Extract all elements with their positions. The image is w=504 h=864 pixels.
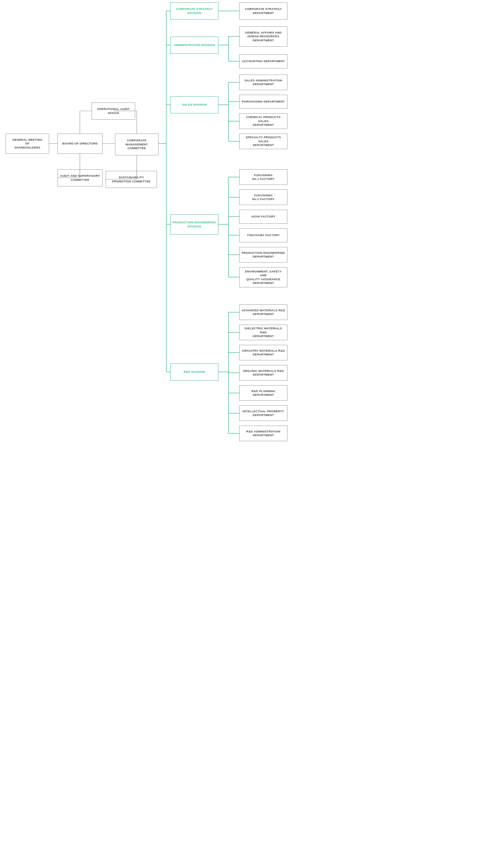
production-eng-dept-box: PRODUCTION ENGINEERING DEPARTMENT [239, 247, 287, 263]
chemical-products-dept-label: CHEMICAL PRODUCTS SALES DEPARTMENT [241, 115, 285, 127]
fukushima2-box: FUKUSHIMA No.2 FACTORY [239, 190, 287, 205]
accounting-dept-label: ACCOUNTING DEPARTMENT [242, 59, 285, 63]
rd-admin-dept-label: R&D ADMINISTRATION DEPARTMENT [247, 430, 280, 437]
tokuyama-label: TOKUYAMA FACTORY [247, 233, 280, 237]
tokuyama-box: TOKUYAMA FACTORY [239, 228, 287, 242]
corp-strategy-div-label: CORPORATE STRATEGY DIVISION [176, 7, 213, 15]
rd-div-box: R&D DIVISION [170, 363, 218, 381]
chemical-products-dept-box: CHEMICAL PRODUCTS SALES DEPARTMENT [239, 113, 287, 129]
rd-planning-dept-box: R&D PLANNING DEPARTMENT [239, 385, 287, 401]
specialty-products-dept-box: SPECIALTY PRODUCTS SALES DEPARTMENT [239, 134, 287, 149]
aichi-label: AICHI FACTORY [251, 215, 275, 218]
corp-strategy-dept-label: CORPORATE STRATEGY DEPARTMENT [245, 7, 282, 15]
corporate-mgmt-box: CORPORATE MANAGEMENT COMMITTEE [115, 134, 158, 155]
audit-supervisory-box: AUDIT AND SUPERVISORY COMMITTEE [58, 169, 103, 187]
corp-strategy-dept-box: CORPORATE STRATEGY DEPARTMENT [239, 2, 287, 20]
sustainability-box: SUSTAINABILITY PROMOTION COMMITTEE [106, 171, 157, 188]
fukushima1-label: FUKUSHIMA No.1 FACTORY [252, 173, 275, 181]
sales-admin-dept-box: SALES ADMINISTRATION DEPARTMENT [239, 74, 287, 90]
fukushima1-box: FUKUSHIMA No.1 FACTORY [239, 169, 287, 185]
sustainability-label: SUSTAINABILITY PROMOTION COMMITTEE [112, 176, 151, 183]
production-div-label: PRODUCTION ENGINEERING DIVISION [173, 220, 216, 228]
sales-div-label: SALES DIVISION [182, 103, 207, 107]
audit-supervisory-label: AUDIT AND SUPERVISORY COMMITTEE [60, 174, 100, 182]
sales-admin-dept-label: SALES ADMINISTRATION DEPARTMENT [244, 79, 283, 86]
dielectric-dept-box: DIELECTRIC MATERIALS R&D DEPARTMENT [239, 325, 287, 340]
ip-dept-label: INTELLECTUAL PRORERTY DEPARTMENT [243, 409, 284, 417]
advanced-mat-dept-label: ADVANCED MATERIALS R&D DEPARTMENT [241, 309, 285, 316]
admin-div-label: ADMINISTRATION DIVISION [174, 43, 215, 47]
env-safety-dept-box: ENVIRONMENT, SAFETY AND QUALITY ASSURANC… [239, 267, 287, 287]
aichi-box: AICHI FACTORY [239, 210, 287, 224]
specialty-products-dept-label: SPECIALTY PRODUCTS SALES DEPARTMENT [241, 135, 285, 147]
purchasing-dept-box: PURCHASING DEPARTMENT [239, 95, 287, 109]
operational-audit-label: OPERATIONAL AUDIT OFFICE [97, 107, 130, 115]
rd-admin-dept-box: R&D ADMINISTRATION DEPARTMENT [239, 425, 287, 441]
org-chart: GENERAL MEETING OF SHAREHOLDERS BOARD OF… [0, 0, 504, 864]
operational-audit-box: OPERATIONAL AUDIT OFFICE [92, 103, 135, 120]
organic-dept-label: ORGANIC MATERIALS R&D DEPARTMENT [243, 369, 284, 377]
production-eng-dept-label: PRODUCTION ENGINEERING DEPARTMENT [242, 251, 285, 259]
rd-div-label: R&D DIVISION [184, 370, 205, 374]
general-affairs-dept-label: GENERAL AFFAIRS AND HUMAN RESOURCES DEPA… [245, 31, 282, 42]
circuitry-dept-label: CIRCUITRY MATERIALS R&D DEPARTMENT [242, 349, 285, 357]
corporate-mgmt-label: CORPORATE MANAGEMENT COMMITTEE [125, 139, 148, 150]
sales-div-box: SALES DIVISION [170, 96, 218, 113]
rd-planning-dept-label: R&D PLANNING DEPARTMENT [251, 389, 275, 397]
purchasing-dept-label: PURCHASING DEPARTMENT [242, 100, 285, 104]
production-div-box: PRODUCTION ENGINEERING DIVISION [170, 214, 218, 235]
circuitry-dept-box: CIRCUITRY MATERIALS R&D DEPARTMENT [239, 345, 287, 360]
fukushima2-label: FUKUSHIMA No.2 FACTORY [252, 194, 275, 201]
corporate-strategy-div-box: CORPORATE STRATEGY DIVISION [170, 2, 218, 20]
dielectric-dept-label: DIELECTRIC MATERIALS R&D DEPARTMENT [241, 326, 285, 338]
ip-dept-box: INTELLECTUAL PRORERTY DEPARTMENT [239, 406, 287, 421]
board-of-directors-box: BOARD OF DIRECTORS [58, 134, 103, 154]
accounting-dept-box: ACCOUNTING DEPARTMENT [239, 55, 287, 68]
administration-div-box: ADMINISTRATION DIVISION [170, 37, 218, 54]
general-affairs-dept-box: GENERAL AFFAIRS AND HUMAN RESOURCES DEPA… [239, 26, 287, 47]
general-meeting-box: GENERAL MEETING OF SHAREHOLDERS [5, 134, 49, 154]
board-directors-label: BOARD OF DIRECTORS [62, 142, 98, 145]
advanced-mat-dept-box: ADVANCED MATERIALS R&D DEPARTMENT [239, 304, 287, 320]
general-meeting-label: GENERAL MEETING OF SHAREHOLDERS [12, 138, 43, 149]
organic-dept-box: ORGANIC MATERIALS R&D DEPARTMENT [239, 365, 287, 381]
env-safety-dept-label: ENVIRONMENT, SAFETY AND QUALITY ASSURANC… [241, 270, 285, 285]
